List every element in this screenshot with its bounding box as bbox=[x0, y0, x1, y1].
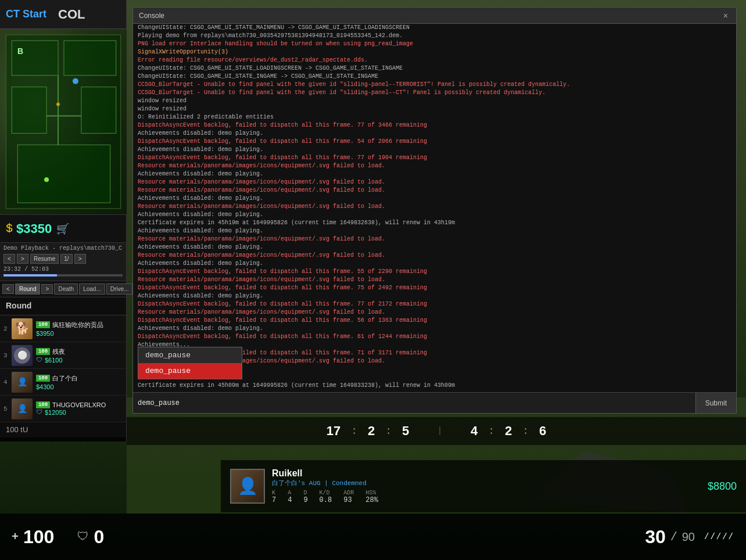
action-buttons[interactable]: < Round > Death Load... Drive... Edit...… bbox=[0, 281, 126, 297]
autocomplete-item-1[interactable]: demo_pause bbox=[138, 347, 242, 363]
killed-avatar: 👤 bbox=[230, 469, 265, 504]
player-row: 5 👤 100 THUGOVERLXRO 🛡 $12050 bbox=[0, 396, 126, 422]
demo-next-btn[interactable]: > bbox=[74, 254, 86, 264]
round-btn[interactable]: Round bbox=[15, 283, 40, 295]
console-close-button[interactable]: × bbox=[721, 11, 730, 20]
svg-rect-2 bbox=[64, 41, 116, 76]
console-line: Achievements disabled: demo playing. bbox=[138, 130, 731, 138]
console-submit-button[interactable]: Submit bbox=[695, 393, 736, 413]
stat-d-value: 9 bbox=[303, 496, 307, 504]
player-health-3: 100 bbox=[36, 348, 50, 355]
stat-hs-value: 28% bbox=[365, 496, 378, 504]
player-name-4: 白了个白 bbox=[52, 374, 78, 383]
tu-label: 100 tU bbox=[6, 425, 28, 434]
console-line: PNG load error Interlace handling should… bbox=[138, 40, 731, 48]
svg-point-8 bbox=[73, 78, 78, 84]
svg-rect-1 bbox=[12, 41, 58, 76]
ct-header: CT Start COL bbox=[0, 0, 126, 29]
autocomplete-popup[interactable]: demo_pause demo_pause bbox=[138, 347, 242, 379]
console-line: Achievements disabled: demo playing. bbox=[138, 292, 731, 300]
console-line: SignalXWriteOpportunity(3) bbox=[138, 48, 731, 56]
player-name-5: THUGOVERLXRO bbox=[52, 401, 106, 408]
money-display: $ $3350 🛒 bbox=[0, 215, 126, 243]
minimap-svg bbox=[0, 29, 127, 214]
demo-step-btn[interactable]: 1/ bbox=[60, 254, 72, 264]
round-next-btn[interactable]: > bbox=[41, 284, 53, 294]
stat-adr-label: ADR bbox=[343, 490, 354, 496]
console-line: Achievements disabled: demo playing. bbox=[138, 260, 731, 268]
demo-resume-btn[interactable]: Resume bbox=[30, 254, 59, 264]
score-right-3: 6 bbox=[529, 423, 557, 439]
console-line: ChangeUIState: CSGO_GAME_UI_STATE_LOADIN… bbox=[138, 64, 731, 73]
shield-icon-5: 🛡 bbox=[36, 408, 42, 416]
player-info-4: 100 白了个白 $4300 bbox=[36, 374, 123, 390]
ammo-reserve: 90 bbox=[682, 530, 695, 544]
player-info-2: 100 疯狂输吃你的贡品 $3950 bbox=[36, 321, 123, 337]
bottom-hud: + 100 🛡 0 30 / 90 ///// bbox=[0, 514, 746, 560]
score-mid-separator: | bbox=[419, 426, 460, 436]
console-line: Achievements disabled: demo playing. bbox=[138, 146, 731, 154]
console-line: Resource materials/panorama/images/icons… bbox=[138, 162, 731, 170]
console-input[interactable] bbox=[133, 399, 695, 407]
game-score-display: 17 : 2 : 5 | 4 : 2 : 6 bbox=[127, 417, 746, 445]
load-btn[interactable]: Load... bbox=[79, 283, 105, 295]
svg-point-9 bbox=[44, 177, 49, 182]
player-row: 2 🐕 100 疯狂输吃你的贡品 $3950 bbox=[0, 315, 126, 342]
console-line: Achievements disabled: demo playing. bbox=[138, 195, 731, 203]
console-line: DispatchAsyncEvent backlog, failed to di… bbox=[138, 300, 731, 308]
console-line: Resource materials/panorama/images/icons… bbox=[138, 186, 731, 195]
console-line: Achievements disabled: demo playing. bbox=[138, 243, 731, 252]
demo-play-btn[interactable]: > bbox=[17, 254, 28, 264]
console-line: DispatchAsyncEvent backlog, failed to di… bbox=[138, 317, 731, 325]
demo-bar: Demo Playback - replays\match730_C < > R… bbox=[0, 243, 126, 281]
console-line: window resized bbox=[138, 97, 731, 105]
console-line: ChangeUIState: CSGO_GAME_UI_STATE_MAINME… bbox=[138, 24, 731, 32]
console-titlebar: Console × bbox=[133, 8, 736, 24]
demo-title: Demo Playback - replays\match730_C bbox=[3, 245, 123, 252]
round-label-area: Round bbox=[0, 297, 126, 315]
stat-kd-value: 0.8 bbox=[320, 496, 332, 504]
player-health-4: 100 bbox=[36, 375, 50, 382]
drive-btn[interactable]: Drive... bbox=[106, 283, 133, 295]
autocomplete-item-2[interactable]: demo_pause bbox=[138, 363, 242, 379]
left-hud: CT Start COL B $ $3350 🛒 De bbox=[0, 0, 127, 441]
stat-k-label: K bbox=[272, 490, 276, 496]
console-line: Achievements disabled: demo playing. bbox=[138, 227, 731, 235]
armor-icon: 🛡 bbox=[77, 530, 89, 544]
killed-money: $8800 bbox=[708, 480, 737, 493]
player-avatar-4: 👤 bbox=[12, 372, 33, 393]
stat-a-value: 4 bbox=[288, 496, 292, 504]
shield-icon-3: 🛡 bbox=[36, 356, 42, 364]
cart-icon: 🛒 bbox=[56, 222, 69, 235]
killed-weapon: 白了个白's AUG | Condemned bbox=[272, 479, 701, 487]
demo-controls[interactable]: < > Resume 1/ > bbox=[3, 254, 123, 264]
demo-slider[interactable] bbox=[3, 274, 123, 277]
score-sep-1: : bbox=[351, 425, 357, 437]
console-line: CCSGO_BlurTarget - Unable to find panel … bbox=[138, 89, 731, 97]
demo-time: 23:32 / 52:03 bbox=[3, 266, 123, 272]
console-line: DispatchAsyncEvent backlog, failed to di… bbox=[138, 284, 731, 292]
score-left-1: 17 bbox=[316, 423, 351, 439]
player-info-5: 100 THUGOVERLXRO 🛡 $12050 bbox=[36, 401, 123, 416]
player-row: 3 ⚪ 100 残夜 🛡 $6100 bbox=[0, 342, 126, 369]
console-line: Achievements disabled: demo playing. bbox=[138, 211, 731, 219]
player-row: 4 👤 100 白了个白 $4300 bbox=[0, 369, 126, 396]
round-prev-btn[interactable]: < bbox=[2, 284, 14, 294]
stat-a-label: A bbox=[288, 490, 292, 496]
player-name-2: 疯狂输吃你的贡品 bbox=[52, 321, 103, 329]
score-sep-4: : bbox=[522, 425, 529, 437]
console-output[interactable]: Certificate expires in 45h29m at 1649995… bbox=[133, 24, 736, 392]
player-health-2: 100 bbox=[36, 321, 50, 328]
console-line: Achievements disabled: demo playing. bbox=[138, 170, 731, 178]
death-btn[interactable]: Death bbox=[54, 283, 78, 295]
player-money-5: $12050 bbox=[45, 409, 66, 416]
player-info-3: 100 残夜 🛡 $6100 bbox=[36, 347, 123, 364]
player-health-5: 100 bbox=[36, 401, 50, 408]
console-input-bar[interactable]: Submit bbox=[133, 392, 736, 413]
console-title: Console bbox=[139, 12, 721, 20]
console-line: Resource materials/panorama/images/icons… bbox=[138, 203, 731, 211]
dollar-icon: $ bbox=[6, 222, 13, 235]
tu-label-area: 100 tU bbox=[0, 422, 126, 437]
demo-prev-btn[interactable]: < bbox=[3, 254, 15, 264]
player-num-3: 3 bbox=[3, 352, 12, 359]
